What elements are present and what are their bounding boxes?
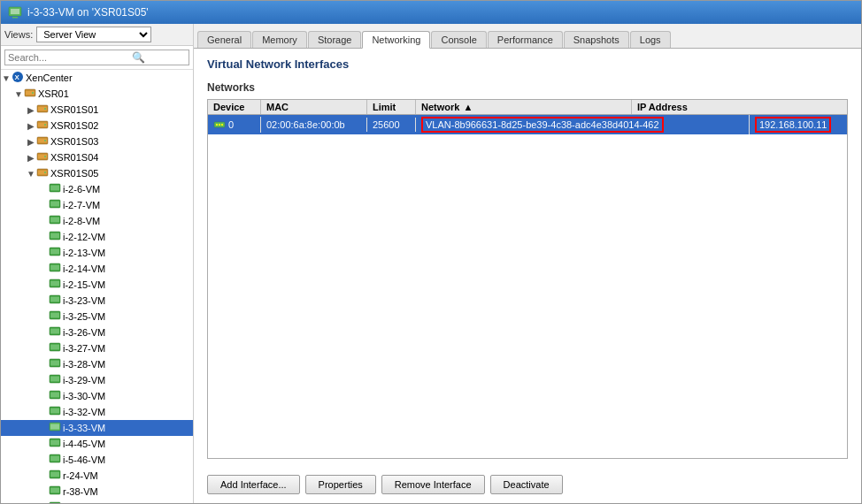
svg-point-19 — [44, 156, 46, 157]
sidebar-item-r-24-vm[interactable]: r-24-VM — [1, 468, 193, 484]
sidebar-item-xencenter[interactable]: ▼XXenCenter — [1, 70, 193, 86]
col-header-network[interactable]: Network ▲ — [416, 100, 632, 114]
svg-rect-42 — [50, 329, 59, 334]
tree-label-i-2-7-vm: i-2-7-VM — [63, 200, 100, 210]
sidebar-item-xsr01s03[interactable]: ▶XSR01S03 — [1, 134, 193, 149]
views-label: Views: — [4, 29, 33, 40]
tab-performance[interactable]: Performance — [488, 31, 563, 48]
properties-button[interactable]: Properties — [305, 475, 376, 494]
vm-icon-i-3-33-vm — [49, 421, 61, 435]
sidebar-item-i-2-7-vm[interactable]: i-2-7-VM — [1, 197, 193, 213]
svg-rect-24 — [50, 186, 59, 191]
svg-rect-28 — [50, 218, 59, 223]
sidebar-item-i-3-29-vm[interactable]: i-3-29-VM — [1, 372, 193, 388]
tree-label-r-38-vm: r-38-VM — [63, 486, 98, 497]
sidebar-item-i-2-6-vm[interactable]: i-2-6-VM — [1, 181, 193, 197]
tree-toggle-xsr01s04[interactable]: ▶ — [26, 153, 36, 163]
sidebar-item-i-2-12-vm[interactable]: i-2-12-VM — [1, 229, 193, 245]
server-icon-xsr01s03 — [36, 134, 49, 149]
col-header-limit: Limit — [367, 100, 416, 114]
tree-label-xencenter: XenCenter — [26, 73, 73, 83]
tree-label-xsr01s01: XSR01S01 — [50, 104, 98, 115]
sidebar-item-xsr01s01[interactable]: ▶XSR01S01 — [1, 102, 193, 118]
server-icon-xsr01s04 — [36, 150, 49, 164]
remove-interface-button[interactable]: Remove Interface — [381, 475, 485, 494]
svg-rect-62 — [50, 488, 59, 493]
vm-icon-i-3-32-vm — [49, 405, 61, 419]
sidebar-item-i-5-46-vm[interactable]: i-5-46-VM — [1, 452, 193, 468]
tree-label-i-3-25-vm: i-3-25-VM — [63, 311, 105, 322]
cell-limit: 25600 — [367, 118, 416, 132]
sidebar-item-xsr01s04[interactable]: ▶XSR01S04 — [1, 149, 193, 165]
sidebar-item-i-3-27-vm[interactable]: i-3-27-VM — [1, 340, 193, 356]
search-input[interactable] — [8, 52, 132, 63]
svg-rect-66 — [216, 124, 218, 126]
svg-point-13 — [44, 124, 46, 126]
tree-toggle-xencenter[interactable]: ▼ — [1, 73, 12, 83]
sidebar-item-i-3-32-vm[interactable]: i-3-32-VM — [1, 404, 193, 420]
vm-icon-i-3-27-vm — [49, 341, 61, 355]
vm-icon-i-3-29-vm — [49, 373, 61, 387]
table-row[interactable]: 0 02:00:6a:8e:00:0b 25600 VLAN-8b966631-… — [208, 115, 847, 134]
vm-icon-i-2-6-vm — [49, 182, 61, 196]
tree-toggle-xsr01s02[interactable]: ▶ — [26, 121, 36, 131]
sidebar-item-i-4-45-vm[interactable]: i-4-45-VM — [1, 436, 193, 452]
cell-ip: 192.168.100.11 — [750, 115, 847, 134]
tree-label-cf1fbbc0: cf1fbbc0-9aa9-50c... — [63, 502, 151, 503]
sidebar-item-i-2-13-vm[interactable]: i-2-13-VM — [1, 245, 193, 261]
tab-storage[interactable]: Storage — [308, 31, 362, 48]
sidebar-item-i-3-28-vm[interactable]: i-3-28-VM — [1, 356, 193, 372]
svg-rect-63 — [50, 502, 60, 503]
tab-general[interactable]: General — [197, 31, 251, 48]
svg-rect-32 — [50, 249, 59, 255]
sidebar-item-cf1fbbc0[interactable]: cf1fbbc0-9aa9-50c... — [1, 500, 193, 503]
vm-icon-i-3-30-vm — [49, 389, 61, 403]
tab-snapshots[interactable]: Snapshots — [564, 31, 629, 48]
tab-console[interactable]: Console — [431, 31, 486, 48]
tree-label-i-2-13-vm: i-2-13-VM — [63, 248, 105, 258]
sidebar: Views: Server View 🔍 ▼XXenCenter▼XSR01▶X… — [1, 24, 194, 503]
sidebar-item-xsr01[interactable]: ▼XSR01 — [1, 86, 193, 102]
tree-label-i-2-15-vm: i-2-15-VM — [63, 279, 105, 290]
panel-title: Virtual Network Interfaces — [207, 57, 848, 71]
sidebar-item-i-3-30-vm[interactable]: i-3-30-VM — [1, 388, 193, 404]
tab-logs[interactable]: Logs — [630, 31, 671, 48]
sidebar-item-i-3-23-vm[interactable]: i-3-23-VM — [1, 293, 193, 309]
vm-icon-i-2-13-vm — [49, 246, 61, 260]
sidebar-item-i-3-33-vm[interactable]: i-3-33-VM — [1, 420, 193, 436]
sidebar-item-r-38-vm[interactable]: r-38-VM — [1, 484, 193, 500]
cell-network: VLAN-8b966631-8d25-be39-4c38-adc4e38d401… — [416, 115, 750, 134]
tree-toggle-xsr01[interactable]: ▼ — [13, 89, 24, 99]
button-bar: Add Interface...PropertiesRemove Interfa… — [207, 468, 848, 494]
tree-label-xsr01: XSR01 — [38, 88, 69, 99]
sidebar-item-i-2-14-vm[interactable]: i-2-14-VM — [1, 261, 193, 277]
network-table: Device MAC Limit Network ▲ IP Address — [207, 99, 848, 459]
search-icon: 🔍 — [132, 51, 145, 64]
sidebar-item-i-2-15-vm[interactable]: i-2-15-VM — [1, 277, 193, 293]
tree-toggle-xsr01s03[interactable]: ▶ — [26, 137, 36, 147]
svg-rect-2 — [12, 17, 18, 19]
ip-value-highlight: 192.168.100.11 — [755, 117, 831, 133]
sidebar-item-i-3-26-vm[interactable]: i-3-26-VM — [1, 325, 193, 340]
vm-icon-i-5-46-vm — [49, 453, 61, 467]
tree-label-i-3-28-vm: i-3-28-VM — [63, 359, 105, 370]
sidebar-item-xsr01s02[interactable]: ▶XSR01S02 — [1, 118, 193, 134]
network-interface-icon — [213, 118, 226, 131]
views-select[interactable]: Server View — [36, 27, 151, 42]
svg-rect-56 — [50, 440, 59, 446]
svg-point-22 — [44, 172, 46, 173]
tree-toggle-xsr01s05[interactable]: ▼ — [26, 169, 36, 179]
tab-networking[interactable]: Networking — [362, 31, 430, 49]
add-interface-button[interactable]: Add Interface... — [207, 475, 300, 494]
deactivate-button[interactable]: Deactivate — [490, 475, 563, 494]
sidebar-item-i-3-25-vm[interactable]: i-3-25-VM — [1, 309, 193, 325]
tab-memory[interactable]: Memory — [252, 31, 307, 48]
svg-rect-48 — [50, 377, 59, 382]
tree-toggle-xsr01s01[interactable]: ▶ — [26, 105, 36, 115]
sidebar-item-i-2-8-vm[interactable]: i-2-8-VM — [1, 213, 193, 229]
tree-label-i-2-6-vm: i-2-6-VM — [63, 184, 100, 195]
vm-icon-i-2-15-vm — [49, 278, 61, 292]
network-value-highlight: VLAN-8b966631-8d25-be39-4c38-adc4e38d401… — [421, 117, 664, 133]
sidebar-item-xsr01s05[interactable]: ▼XSR01S05 — [1, 165, 193, 181]
svg-rect-1 — [11, 9, 19, 14]
